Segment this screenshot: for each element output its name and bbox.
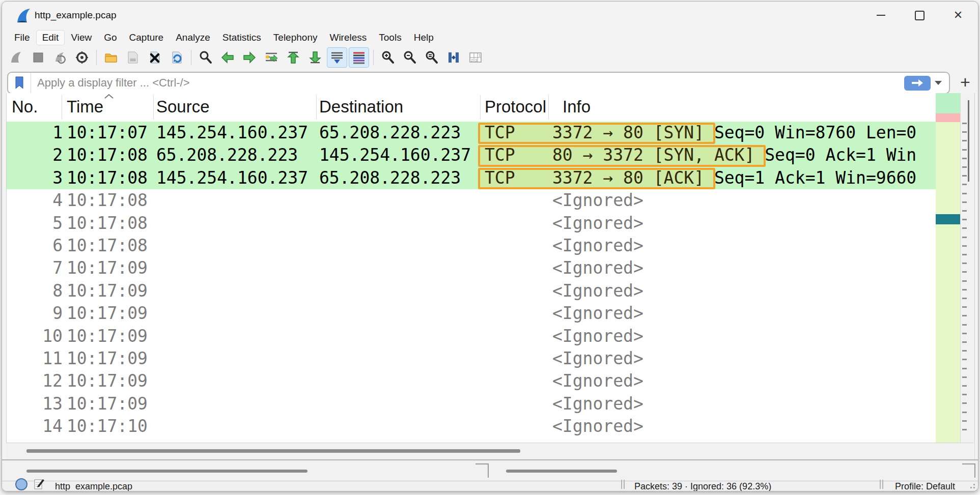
table-row[interactable]: 1210:17:09<Ignored> <box>7 370 936 392</box>
menu-item-tools[interactable]: Tools <box>373 30 407 45</box>
column-header-protocol[interactable]: Protocol <box>485 97 546 117</box>
table-row[interactable]: 110:17:07145.254.160.23765.208.228.223TC… <box>7 122 936 144</box>
go-back-button[interactable] <box>217 47 238 68</box>
details-pane-hscrollbar[interactable] <box>26 470 307 473</box>
cell-info: <Ignored> <box>552 325 643 347</box>
display-filter-input[interactable] <box>31 76 904 90</box>
status-filename: http_example.pcap <box>55 481 132 491</box>
apply-filter-button[interactable] <box>904 76 931 91</box>
menu-bar: FileEditViewGoCaptureAnalyzeStatisticsTe… <box>8 30 440 45</box>
resize-columns-icon <box>446 50 461 65</box>
menu-item-file[interactable]: File <box>8 30 36 45</box>
menu-item-go[interactable]: Go <box>98 30 123 45</box>
vertical-scrollbar-thumb[interactable] <box>968 100 969 182</box>
menu-item-wireless[interactable]: Wireless <box>323 30 373 45</box>
fit-columns-button[interactable]: 123 <box>465 47 486 68</box>
bytes-pane-scroll-corner <box>962 463 975 478</box>
close-button[interactable]: ✕ <box>946 7 970 24</box>
minimap-dash <box>962 280 967 282</box>
arrow-right-icon <box>911 78 924 88</box>
table-row[interactable]: 1010:17:09<Ignored> <box>7 325 936 347</box>
colorize-button[interactable] <box>349 47 369 68</box>
column-header-no[interactable]: No. <box>12 97 38 117</box>
table-row[interactable]: 610:17:08<Ignored> <box>7 235 936 257</box>
reload-button[interactable] <box>166 47 187 68</box>
table-row[interactable]: 1410:17:10<Ignored> <box>7 415 936 438</box>
cell-info: <Ignored> <box>552 415 643 438</box>
cell-no: 11 <box>7 347 63 370</box>
capture-stop-button[interactable] <box>28 47 48 68</box>
cell-info: <Ignored> <box>552 347 643 370</box>
column-header-destination[interactable]: Destination <box>319 97 403 117</box>
filter-dropdown-caret[interactable] <box>935 81 942 85</box>
capture-start-button[interactable] <box>6 47 26 68</box>
minimap-dash <box>962 412 967 413</box>
capture-comment-icon[interactable] <box>34 478 45 490</box>
table-row[interactable]: 410:17:08<Ignored> <box>7 189 936 212</box>
table-row[interactable]: 510:17:08<Ignored> <box>7 212 936 235</box>
find-packet-icon <box>199 50 213 65</box>
zoom-normal-button[interactable] <box>422 47 442 68</box>
resize-grip[interactable] <box>969 482 975 488</box>
maximize-button[interactable] <box>907 7 932 24</box>
cell-no: 5 <box>7 212 63 235</box>
auto-scroll-button[interactable] <box>327 47 347 68</box>
minimap-dash <box>962 368 967 369</box>
column-header-source[interactable]: Source <box>156 97 210 117</box>
table-row[interactable]: 810:17:09<Ignored> <box>7 280 936 302</box>
zoom-out-button[interactable] <box>400 47 420 68</box>
cell-time: 10:17:08 <box>67 212 148 235</box>
go-to-packet-button[interactable] <box>261 47 282 68</box>
details-pane-scroll-corner <box>475 463 489 478</box>
capture-options-button[interactable] <box>72 47 92 68</box>
column-header-info[interactable]: Info <box>563 97 591 117</box>
table-row[interactable]: 710:17:09<Ignored> <box>7 257 936 279</box>
cell-no: 9 <box>7 302 63 325</box>
toolbar-separator <box>373 50 374 65</box>
cell-no: 2 <box>7 144 63 166</box>
expert-info-icon[interactable] <box>15 478 27 490</box>
menu-item-telephony[interactable]: Telephony <box>267 30 324 45</box>
find-packet-button[interactable] <box>195 47 216 68</box>
zoom-in-button[interactable] <box>378 47 398 68</box>
cell-source: 145.254.160.237 <box>156 122 308 144</box>
status-divider <box>624 480 625 489</box>
packet-list-hscrollbar[interactable] <box>6 443 974 459</box>
filter-bookmark-button[interactable] <box>8 73 31 93</box>
vertical-scrollbar[interactable] <box>960 93 975 443</box>
menu-item-help[interactable]: Help <box>408 30 440 45</box>
table-row[interactable]: 1110:17:09<Ignored> <box>7 347 936 370</box>
minimap-dash <box>962 306 967 308</box>
menu-item-statistics[interactable]: Statistics <box>216 30 267 45</box>
menu-item-capture[interactable]: Capture <box>123 30 170 45</box>
add-filter-button[interactable]: + <box>955 72 975 92</box>
menu-item-edit[interactable]: Edit <box>36 30 65 45</box>
status-profile[interactable]: Profile: Default <box>895 481 955 491</box>
resize-columns-button[interactable] <box>443 47 464 68</box>
cell-no: 8 <box>7 280 63 302</box>
hscrollbar-thumb[interactable] <box>26 449 520 453</box>
handshake-annotation-box <box>478 145 766 166</box>
capture-restart-button[interactable] <box>50 47 70 68</box>
minimap-dash <box>962 227 967 229</box>
go-back-icon <box>220 50 235 65</box>
column-header-time[interactable]: Time <box>67 97 103 117</box>
cell-time: 10:17:10 <box>67 415 148 438</box>
menu-item-view[interactable]: View <box>65 30 98 45</box>
cell-destination: 65.208.228.223 <box>319 167 461 189</box>
go-first-button[interactable] <box>283 47 303 68</box>
menu-item-analyze[interactable]: Analyze <box>170 30 216 45</box>
minimize-button[interactable] <box>869 7 893 24</box>
table-row[interactable]: 310:17:08145.254.160.23765.208.228.223TC… <box>7 167 936 189</box>
go-forward-button[interactable] <box>239 47 260 68</box>
minimap-dash <box>962 420 967 422</box>
file-close-button[interactable] <box>145 47 165 68</box>
file-open-button[interactable] <box>101 47 121 68</box>
table-row[interactable]: 210:17:0865.208.228.223145.254.160.237TC… <box>7 144 936 166</box>
bytes-pane-hscrollbar[interactable] <box>506 470 617 473</box>
go-last-icon <box>308 50 322 65</box>
go-last-button[interactable] <box>305 47 325 68</box>
file-save-button[interactable]: 010 <box>123 47 143 68</box>
table-row[interactable]: 910:17:09<Ignored> <box>7 302 936 325</box>
table-row[interactable]: 1310:17:09<Ignored> <box>7 393 936 415</box>
